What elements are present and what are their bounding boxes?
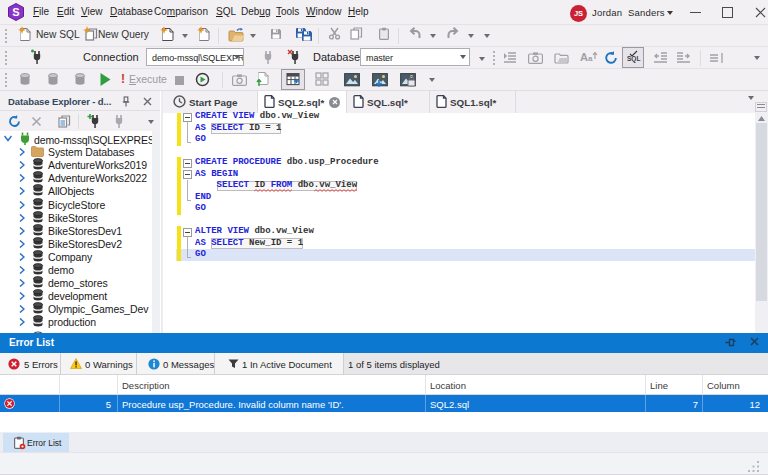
svg-text:S: S	[12, 6, 19, 18]
